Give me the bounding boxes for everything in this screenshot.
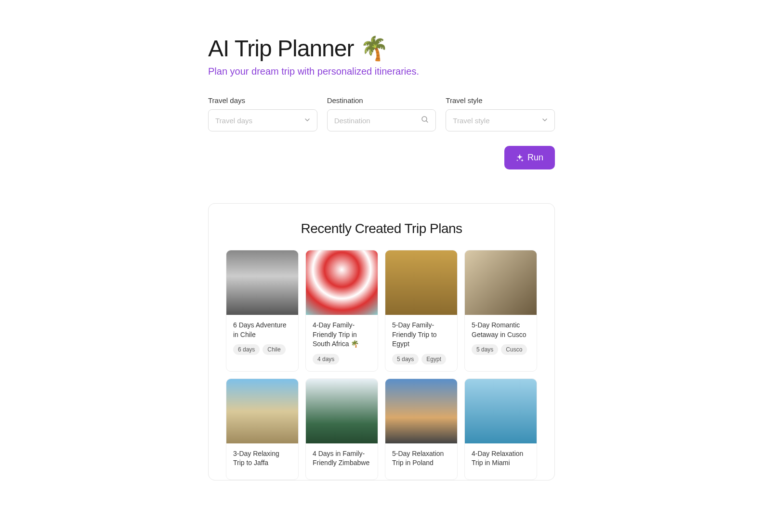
travel-style-select[interactable]: Travel style [446,109,555,131]
trip-image [385,250,457,315]
trip-image [306,379,378,443]
trip-title: 4-Day Family-Friendly Trip in South Afri… [313,321,371,349]
trip-tag-days: 5 days [472,344,498,355]
travel-style-placeholder: Travel style [453,117,489,125]
trip-card[interactable]: 6 Days Adventure in Chile 6 days Chile [226,250,299,372]
trip-title: 5-Day Family-Friendly Trip to Egypt [392,321,450,349]
search-icon [421,116,429,125]
trip-image [306,250,378,315]
trip-card[interactable]: 5-Day Family-Friendly Trip to Egypt 5 da… [385,250,458,372]
trip-image [226,379,298,443]
trip-tag-days: 6 days [233,344,260,355]
trip-title: 4 Days in Family-Friendly Zimbabwe [313,449,371,468]
trip-title: 6 Days Adventure in Chile [233,321,291,339]
recent-panel: Recently Created Trip Plans 6 Days Adven… [208,203,555,480]
trip-image [226,250,298,315]
trip-title: 5-Day Romantic Getaway in Cusco [472,321,530,339]
trip-tag-days: 4 days [313,354,339,364]
trip-card[interactable]: 3-Day Relaxing Trip to Jaffa [226,378,299,480]
trip-tag-location: Egypt [421,354,446,364]
trip-content: 6 Days Adventure in Chile 6 days Chile [226,315,298,362]
chevron-down-icon [542,117,548,124]
destination-placeholder: Destination [334,117,370,125]
destination-group: Destination Destination [327,96,436,131]
chevron-down-icon [304,117,310,124]
destination-label: Destination [327,96,436,104]
trip-card[interactable]: 5-Day Relaxation Trip in Poland [385,378,458,480]
recent-heading: Recently Created Trip Plans [226,221,537,236]
travel-days-placeholder: Travel days [215,117,252,125]
trip-content: 4-Day Relaxation Trip in Miami [465,443,537,480]
trip-title: 3-Day Relaxing Trip to Jaffa [233,449,291,468]
destination-input[interactable]: Destination [327,109,436,131]
trip-image [385,379,457,443]
trip-tags: 5 days Egypt [392,354,450,364]
trip-title: 4-Day Relaxation Trip in Miami [472,449,530,468]
trip-image [465,250,537,315]
trip-content: 5-Day Romantic Getaway in Cusco 5 days C… [465,315,537,362]
travel-days-select[interactable]: Travel days [208,109,317,131]
run-button[interactable]: Run [504,146,555,169]
trip-tag-location: Cusco [501,344,527,355]
form-row: Travel days Travel days Destination Dest… [208,96,555,131]
trip-content: 4-Day Family-Friendly Trip in South Afri… [306,315,378,371]
trip-tags: 4 days [313,354,371,364]
trip-content: 3-Day Relaxing Trip to Jaffa [226,443,298,480]
trip-card[interactable]: 4 Days in Family-Friendly Zimbabwe [305,378,378,480]
run-button-label: Run [527,153,543,163]
trip-image [465,379,537,443]
trip-tag-days: 5 days [392,354,419,364]
trip-card[interactable]: 4-Day Relaxation Trip in Miami [464,378,537,480]
travel-style-group: Travel style Travel style [446,96,555,131]
trip-card[interactable]: 4-Day Family-Friendly Trip in South Afri… [305,250,378,372]
cards-grid: 6 Days Adventure in Chile 6 days Chile 4… [226,250,537,480]
button-row: Run [208,146,555,169]
trip-tags: 5 days Cusco [472,344,530,355]
page-subtitle: Plan your dream trip with personalized i… [208,66,555,77]
travel-days-label: Travel days [208,96,317,104]
trip-tags: 6 days Chile [233,344,291,355]
trip-card[interactable]: 5-Day Romantic Getaway in Cusco 5 days C… [464,250,537,372]
trip-tag-location: Chile [263,344,285,355]
trip-content: 5-Day Family-Friendly Trip to Egypt 5 da… [385,315,457,371]
travel-style-label: Travel style [446,96,555,104]
trip-content: 4 Days in Family-Friendly Zimbabwe [306,443,378,480]
sparkle-icon [516,154,524,162]
trip-title: 5-Day Relaxation Trip in Poland [392,449,450,468]
travel-days-group: Travel days Travel days [208,96,317,131]
trip-content: 5-Day Relaxation Trip in Poland [385,443,457,480]
page-title: AI Trip Planner 🌴 [208,35,555,62]
